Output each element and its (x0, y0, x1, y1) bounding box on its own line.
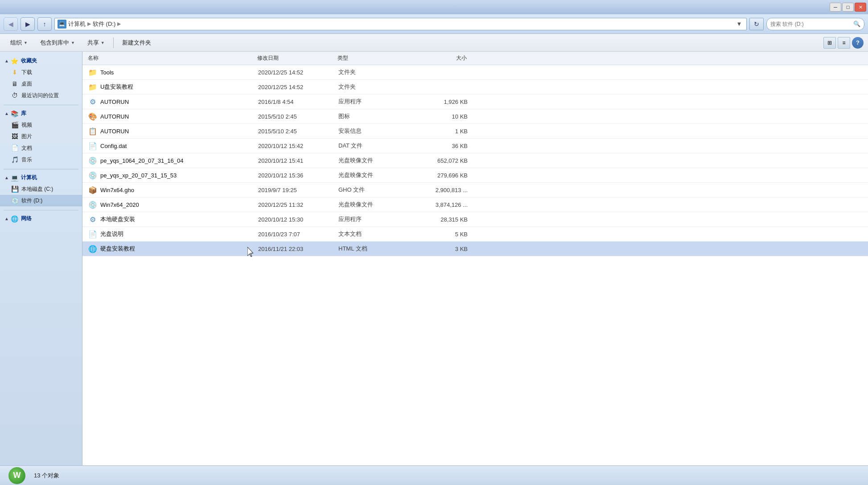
sidebar-computer-header[interactable]: ▲ 💻 计算机 (0, 172, 82, 183)
sidebar-library-section: ▲ 📚 库 🎬 视频 🖼 图片 📄 文档 🎵 音乐 (0, 108, 82, 165)
file-name: AUTORUN (100, 113, 258, 120)
sidebar-item-downloads[interactable]: ⬇ 下载 (0, 66, 82, 78)
table-row[interactable]: 🌐 硬盘安装教程 2016/11/21 22:03 HTML 文档 3 KB (82, 242, 868, 256)
up-button[interactable]: ↑ (37, 17, 52, 31)
sidebar-item-recent[interactable]: ⏱ 最近访问的位置 (0, 90, 82, 101)
refresh-button[interactable]: ↻ (749, 18, 764, 30)
share-button[interactable]: 共享 ▼ (82, 36, 111, 49)
sidebar-favorites-header[interactable]: ▲ ⭐ 收藏夹 (0, 55, 82, 66)
file-date: 2020/10/12 15:36 (258, 172, 338, 179)
sidebar-favorites-section: ▲ ⭐ 收藏夹 ⬇ 下载 🖥 桌面 ⏱ 最近访问的位置 (0, 55, 82, 101)
file-size: 652,072 KB (405, 157, 468, 164)
table-row[interactable]: 💿 Win7x64_2020 2020/12/25 11:32 光盘映像文件 3… (82, 197, 868, 212)
view-details-button[interactable]: ≡ (838, 37, 850, 49)
drive-d-icon: 💿 (11, 197, 19, 205)
sidebar: ▲ ⭐ 收藏夹 ⬇ 下载 🖥 桌面 ⏱ 最近访问的位置 ▲ 📚 (0, 52, 82, 465)
table-row[interactable]: 📁 Tools 2020/12/25 14:52 文件夹 (82, 65, 868, 80)
sidebar-item-desktop[interactable]: 🖥 桌面 (0, 78, 82, 90)
view-toggle-button[interactable]: ⊞ (823, 37, 836, 49)
help-button[interactable]: ? (852, 37, 864, 49)
library-arrow: ▼ (71, 41, 75, 45)
pictures-icon: 🖼 (11, 132, 19, 140)
file-icon: 💿 (88, 170, 98, 180)
library-collapse-icon: ▲ (4, 111, 9, 116)
address-bar[interactable]: 💻 计算机 ▶ 软件 (D:) ▶ ▼ (54, 18, 747, 30)
network-collapse-icon: ▲ (4, 216, 9, 221)
table-row[interactable]: 📄 Config.dat 2020/10/12 15:42 DAT 文件 36 … (82, 139, 868, 153)
status-logo-circle: W (8, 467, 25, 484)
file-name: Win7x64_2020 (100, 201, 258, 208)
table-row[interactable]: 📋 AUTORUN 2015/5/10 2:45 安装信息 1 KB (82, 124, 868, 139)
file-name: pe_yqs_xp_20_07_31_15_53 (100, 172, 258, 179)
breadcrumb-drive: 软件 (D:) (93, 20, 115, 28)
table-row[interactable]: 💿 pe_yqs_1064_20_07_31_16_04 2020/10/12 … (82, 153, 868, 168)
organize-button[interactable]: 组织 ▼ (4, 36, 33, 49)
sidebar-divider-1 (4, 105, 78, 105)
file-size: 1,926 KB (405, 99, 468, 105)
column-header-size[interactable]: 大小 (404, 54, 467, 62)
sidebar-item-drive-c[interactable]: 💾 本地磁盘 (C:) (0, 183, 82, 195)
column-header-date[interactable]: 修改日期 (257, 54, 337, 62)
table-row[interactable]: 📦 Win7x64.gho 2019/9/7 19:25 GHO 文件 2,90… (82, 183, 868, 197)
column-header-type[interactable]: 类型 (337, 54, 404, 62)
table-row[interactable]: ⚙ AUTORUN 2016/1/8 4:54 应用程序 1,926 KB (82, 95, 868, 109)
file-type: HTML 文档 (338, 245, 405, 253)
table-row[interactable]: ⚙ 本地硬盘安装 2020/10/12 15:30 应用程序 28,315 KB (82, 212, 868, 227)
file-size: 28,315 KB (405, 216, 468, 223)
table-row[interactable]: 🎨 AUTORUN 2015/5/10 2:45 图标 10 KB (82, 109, 868, 124)
file-name: pe_yqs_1064_20_07_31_16_04 (100, 157, 258, 164)
file-date: 2016/1/8 4:54 (258, 99, 338, 105)
sidebar-network-header[interactable]: ▲ 🌐 网络 (0, 213, 82, 224)
file-list: 📁 Tools 2020/12/25 14:52 文件夹 📁 U盘安装教程 20… (82, 65, 868, 256)
file-size: 2,900,813 ... (405, 187, 468, 193)
file-date: 2019/9/7 19:25 (258, 187, 338, 193)
table-row[interactable]: 📄 光盘说明 2016/10/23 7:07 文本文档 5 KB (82, 227, 868, 242)
favorites-star-icon: ⭐ (11, 58, 18, 65)
sidebar-item-pictures[interactable]: 🖼 图片 (0, 131, 82, 142)
address-dropdown-arrow[interactable]: ▼ (735, 20, 744, 29)
drive-c-icon: 💾 (11, 185, 19, 193)
file-name: Config.dat (100, 143, 258, 149)
file-date: 2020/10/12 15:30 (258, 216, 338, 223)
file-icon: 📄 (88, 141, 98, 151)
file-type: 光盘映像文件 (338, 156, 405, 164)
new-folder-button[interactable]: 新建文件夹 (116, 36, 157, 49)
table-row[interactable]: 📁 U盘安装教程 2020/12/25 14:52 文件夹 (82, 80, 868, 95)
forward-button[interactable]: ▶ (21, 17, 35, 31)
file-type: 光盘映像文件 (338, 201, 405, 209)
back-button[interactable]: ◀ (4, 17, 18, 31)
computer-collapse-icon: ▲ (4, 175, 9, 180)
file-date: 2016/11/21 22:03 (258, 246, 338, 252)
table-row[interactable]: 💿 pe_yqs_xp_20_07_31_15_53 2020/10/12 15… (82, 168, 868, 183)
minimize-button[interactable]: ─ (830, 3, 841, 12)
organize-arrow: ▼ (24, 41, 28, 45)
breadcrumb-sep-1: ▶ (87, 21, 91, 27)
sidebar-library-header[interactable]: ▲ 📚 库 (0, 108, 82, 119)
toolbar-separator (113, 37, 114, 48)
search-input[interactable] (770, 21, 852, 27)
sidebar-item-documents[interactable]: 📄 文档 (0, 142, 82, 154)
file-date: 2020/10/12 15:42 (258, 143, 338, 149)
file-name: 硬盘安装教程 (100, 245, 258, 253)
status-bar: W 13 个对象 (0, 465, 868, 485)
file-icon: 📁 (88, 82, 98, 92)
file-size: 5 KB (405, 231, 468, 238)
file-name: 本地硬盘安装 (100, 215, 258, 223)
close-button[interactable]: ✕ (855, 3, 866, 12)
breadcrumb: 计算机 ▶ 软件 (D:) ▶ (68, 20, 733, 28)
column-header-name[interactable]: 名称 (88, 54, 257, 62)
toolbar-right: ⊞ ≡ ? (823, 37, 864, 49)
main-content: ▲ ⭐ 收藏夹 ⬇ 下载 🖥 桌面 ⏱ 最近访问的位置 ▲ 📚 (0, 52, 868, 465)
file-date: 2015/5/10 2:45 (258, 128, 338, 135)
library-button[interactable]: 包含到库中 ▼ (34, 36, 81, 49)
sidebar-item-video[interactable]: 🎬 视频 (0, 119, 82, 131)
sidebar-divider-3 (4, 210, 78, 210)
maximize-button[interactable]: □ (842, 3, 854, 12)
sidebar-item-drive-d[interactable]: 💿 软件 (D:) (0, 195, 82, 206)
desktop-icon: 🖥 (11, 80, 19, 88)
file-name: Win7x64.gho (100, 187, 258, 193)
sidebar-item-music[interactable]: 🎵 音乐 (0, 154, 82, 165)
status-count: 13 个对象 (34, 472, 59, 480)
file-date: 2020/12/25 14:52 (258, 84, 338, 90)
file-size: 279,696 KB (405, 172, 468, 179)
